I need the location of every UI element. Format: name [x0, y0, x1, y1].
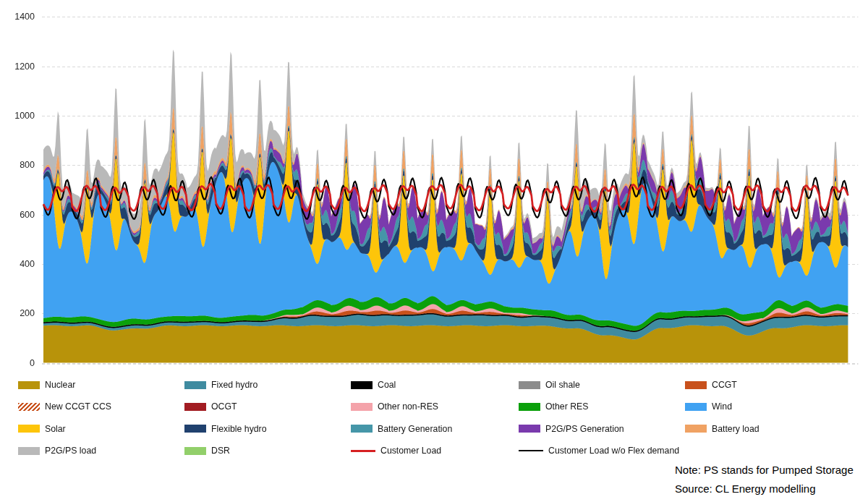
chart-legend: NuclearFixed hydroCoalOil shaleCCGTNew C…: [18, 374, 851, 461]
customer_load_wo_flex-swatch: [519, 450, 543, 451]
stacked-area-chart-canvas: [0, 0, 868, 376]
source-text: Source: CL Energy modelling: [675, 482, 854, 495]
p2g_ps_load-swatch: [18, 447, 40, 455]
legend-item-fixed_hydro: Fixed hydro: [184, 380, 351, 390]
legend-item-coal: Coal: [351, 380, 519, 390]
battery_generation-swatch: [351, 425, 373, 433]
legend-label: Wind: [712, 401, 732, 412]
legend-item-solar: Solar: [18, 424, 184, 434]
legend-item-p2g_ps_generation: P2G/PS Generation: [519, 424, 685, 434]
legend-item-flexible_hydro: Flexible hydro: [184, 424, 351, 434]
legend-item-customer_load: Customer Load: [351, 446, 519, 456]
legend-item-oil_shale: Oil shale: [519, 380, 685, 390]
flexible_hydro-swatch: [184, 425, 206, 433]
legend-label: Nuclear: [45, 380, 75, 390]
solar-swatch: [18, 425, 40, 433]
legend-item-p2g_ps_load: P2G/PS load: [18, 446, 184, 456]
customer_load-swatch: [351, 450, 375, 452]
legend-item-other_res: Other RES: [519, 401, 685, 412]
legend-label: Customer Load: [380, 446, 441, 456]
legend-label: P2G/PS load: [45, 446, 96, 456]
legend-label: Coal: [378, 380, 396, 390]
other_res-swatch: [519, 403, 540, 411]
legend-item-wind: Wind: [685, 401, 851, 412]
legend-label: Other RES: [545, 401, 588, 412]
y-axis-tick-label: 1400: [3, 11, 35, 22]
legend-item-customer_load_wo_flex: Customer Load w/o Flex demand: [519, 446, 685, 456]
legend-item-battery_generation: Battery Generation: [351, 424, 519, 434]
wind-swatch: [685, 403, 707, 411]
dsr-swatch: [184, 447, 206, 455]
fixed_hydro-swatch: [184, 381, 206, 389]
legend-label: Other non-RES: [378, 401, 438, 412]
legend-item-nuclear: Nuclear: [18, 380, 184, 390]
y-axis-tick-label: 400: [3, 258, 35, 270]
ocgt-swatch: [184, 403, 206, 411]
legend-label: Battery Generation: [378, 424, 452, 434]
legend-label: P2G/PS Generation: [545, 424, 624, 434]
y-axis-tick-label: 600: [3, 209, 35, 221]
y-axis-tick-label: 1200: [3, 61, 35, 72]
coal-swatch: [351, 381, 373, 389]
battery_load-swatch: [685, 425, 707, 433]
p2g_ps_generation-swatch: [519, 425, 540, 433]
y-axis-tick-label: 0: [3, 357, 35, 369]
y-axis-tick-label: 200: [3, 307, 35, 319]
ccgt-swatch: [685, 381, 707, 389]
legend-label: Solar: [45, 424, 66, 434]
note-text: Note: PS stands for Pumped Storage: [675, 464, 854, 476]
legend-label: New CCGT CCS: [45, 401, 111, 412]
legend-label: Customer Load w/o Flex demand: [548, 446, 679, 456]
legend-label: Flexible hydro: [211, 424, 267, 434]
legend-label: Fixed hydro: [211, 380, 258, 390]
legend-item-other_non_res: Other non-RES: [351, 401, 519, 412]
y-axis-tick-label: 1000: [3, 110, 35, 122]
legend-item-new_ccgt_ccs: New CCGT CCS: [18, 401, 184, 412]
legend-label: Oil shale: [545, 380, 580, 390]
legend-item-ocgt: OCGT: [184, 401, 351, 412]
new_ccgt_ccs-swatch: [18, 403, 40, 411]
legend-label: Battery load: [712, 424, 760, 434]
energy-dispatch-figure: 0200400600800100012001400 NuclearFixed h…: [0, 0, 868, 502]
chart-notes: Note: PS stands for Pumped Storage Sourc…: [675, 464, 854, 501]
legend-item-dsr: DSR: [184, 446, 351, 456]
legend-item-battery_load: Battery load: [685, 424, 851, 434]
legend-label: DSR: [211, 446, 230, 456]
y-axis-tick-label: 800: [3, 159, 35, 171]
nuclear-swatch: [18, 381, 40, 389]
oil_shale-swatch: [519, 381, 540, 389]
legend-label: OCGT: [211, 401, 237, 412]
legend-label: CCGT: [712, 380, 737, 390]
other_non_res-swatch: [351, 403, 373, 411]
legend-item-ccgt: CCGT: [685, 380, 851, 390]
